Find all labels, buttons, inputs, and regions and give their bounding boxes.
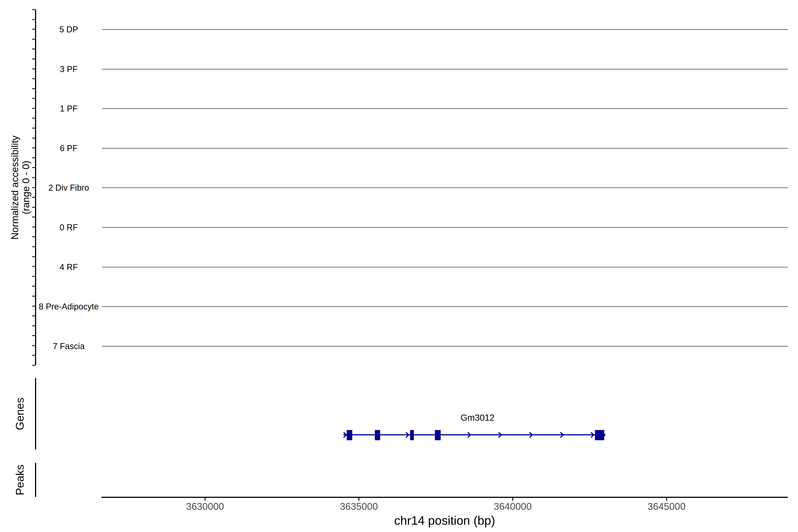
track-baseline [102,148,788,149]
y-axis-tick [32,9,35,10]
genes-bracket [35,378,36,450]
y-axis-tick [32,335,35,336]
track-label: 0 RF [60,223,78,232]
y-axis-tick [32,355,35,356]
track-label: 7 Fascia [53,341,85,351]
y-axis-tick [32,365,35,366]
y-axis-tick [32,276,35,277]
y-axis-tick [32,207,35,208]
y-axis-tick [32,306,35,307]
gene-exon [347,430,352,440]
y-axis-tick [32,246,35,247]
x-axis-title: chr14 position (bp) [394,513,495,528]
track-baseline [102,346,788,346]
track-baseline [102,108,788,109]
x-axis-tick [358,498,359,501]
y-axis-tick [32,197,35,198]
track-baseline [102,227,788,228]
x-axis-tick [666,498,667,501]
peaks-section-label: Peaks [14,464,26,495]
y-axis-tick [32,296,35,297]
gene-strand-arrow-icon [558,432,564,438]
track-baseline [102,29,788,30]
gene-intron-line [343,434,605,435]
y-axis-tick [32,216,35,217]
y-axis-label-line1: Normalized accessibility [9,135,20,240]
y-axis-tick [32,345,35,346]
y-axis-tick [32,98,35,99]
track-baseline [102,69,788,69]
track-label: 6 PF [60,144,78,153]
peaks-bracket [35,463,36,497]
y-axis-tick [32,266,35,267]
gene-exon [410,430,414,440]
y-axis-tick [32,316,35,316]
x-axis-tick [512,498,513,501]
track-baseline [102,188,788,188]
accessibility-axis-line [35,10,36,365]
gene-strand-arrow-icon [589,432,594,438]
y-axis-tick [32,49,35,50]
y-axis-tick [32,187,35,188]
track-label: 2 Div Fibro [48,183,89,193]
y-axis-label-line2: (range 0 - 0) [20,135,32,240]
y-axis-tick [32,39,35,40]
track-label: 8 Pre-Adipocyte [39,302,99,311]
track-label: 4 RF [60,262,78,272]
gene-strand-arrow-icon [527,432,533,438]
y-axis-tick [32,78,35,79]
track-baseline [102,306,788,307]
y-axis-tick [32,88,35,89]
x-axis-tick-label: 3630000 [186,501,224,512]
gene-strand-arrow-icon [403,432,409,438]
gene-name-label: Gm3012 [461,413,495,423]
x-axis-tick-label: 3640000 [494,501,532,512]
x-axis-tick [205,498,206,501]
y-axis-tick [32,128,35,129]
y-axis-tick [32,108,35,109]
gene-strand-arrow-icon [341,432,347,438]
track-label: 1 PF [60,104,78,114]
y-axis-tick [32,325,35,326]
x-axis-tick-label: 3645000 [647,501,685,512]
y-axis-tick [32,236,35,237]
y-axis-tick [32,286,35,287]
y-axis-tick [32,177,35,178]
y-axis-tick [32,138,35,138]
y-axis-label: Normalized accessibility (range 0 - 0) [9,135,32,240]
y-axis-tick [32,256,35,257]
y-axis-tick [32,157,35,158]
y-axis-tick [32,19,35,20]
gene-exon [375,430,380,440]
x-axis-tick-label: 3635000 [340,501,378,512]
gene-strand-arrow-icon [496,432,502,438]
track-label: 5 DP [59,25,78,34]
y-axis-tick [32,227,35,227]
y-axis-tick [32,29,35,30]
y-axis-tick [32,118,35,119]
y-axis-tick [32,147,35,148]
y-axis-tick [32,69,35,69]
gene-exon [595,430,604,440]
y-axis-tick [32,167,35,168]
track-label: 3 PF [60,64,78,74]
gene-strand-arrow-icon [465,432,471,438]
coverage-plot-figure: Normalized accessibility (range 0 - 0) 5… [0,0,798,532]
genes-section-label: Genes [14,397,26,430]
track-baseline [102,267,788,267]
y-axis-tick [32,58,35,59]
gene-exon [435,430,441,440]
